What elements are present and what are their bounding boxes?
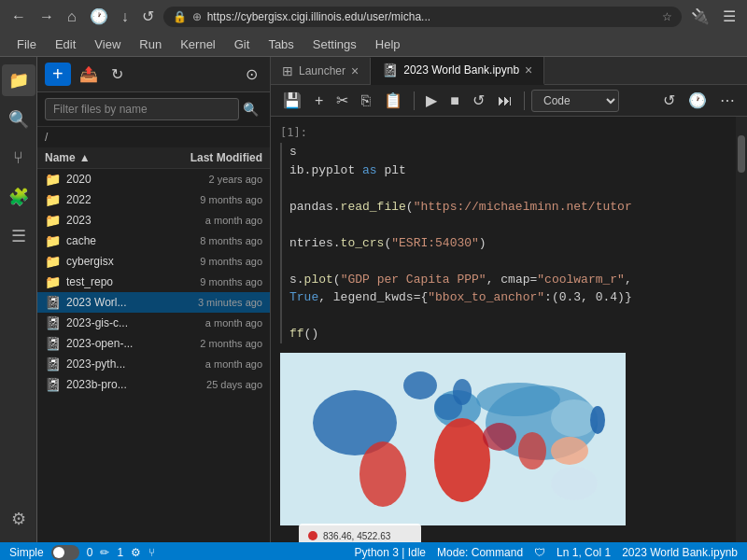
close-tab-launcher[interactable]: ×	[351, 63, 359, 78]
home-button[interactable]: ⌂	[63, 7, 80, 27]
git-button[interactable]: ⊙	[241, 63, 262, 85]
back-button[interactable]: ←	[7, 7, 30, 27]
menu-settings[interactable]: Settings	[303, 35, 366, 54]
more-button[interactable]: ⋯	[715, 89, 740, 112]
tab-launcher[interactable]: ⊞ Launcher ×	[271, 58, 371, 84]
history-button[interactable]: 🕐	[86, 6, 112, 27]
code-line: ff()	[289, 325, 726, 343]
restart-button[interactable]: ↺	[468, 89, 489, 112]
fast-forward-button[interactable]: ⏭	[493, 90, 517, 112]
list-item[interactable]: 📁 test_repo 9 months ago	[37, 272, 270, 292]
file-list[interactable]: 📁 2020 2 years ago 📁 2022 9 months ago 📁…	[37, 169, 270, 542]
menu-view[interactable]: View	[85, 35, 130, 54]
run-button[interactable]: ▶	[421, 89, 442, 112]
menu-edit[interactable]: Edit	[46, 35, 85, 54]
refresh-button[interactable]: ↺	[138, 6, 158, 27]
column-name[interactable]: Name ▲	[45, 151, 160, 164]
menu-help[interactable]: Help	[366, 35, 410, 54]
sidebar-item-settings[interactable]: ⚙	[2, 503, 35, 535]
svg-point-15	[453, 379, 472, 405]
cell-type-selector[interactable]: Code Markdown Raw	[531, 90, 619, 112]
menu-run[interactable]: Run	[130, 35, 171, 54]
folder-icon: 📁	[45, 192, 61, 207]
kernel-refresh-button[interactable]: ↺	[658, 89, 680, 112]
legend-label: 836.46, 4522.63	[323, 531, 390, 541]
svg-point-6	[483, 423, 516, 451]
list-item[interactable]: 📓 2023b-pro... 25 days ago	[37, 374, 270, 395]
address-bar[interactable]: 🔒 ⊕ https://cybergisx.cigi.illinois.edu/…	[163, 7, 682, 27]
url-text: https://cybergisx.cigi.illinois.edu/user…	[207, 10, 656, 23]
list-item[interactable]: 📓 2023-gis-c... a month ago	[37, 313, 270, 333]
scrollbar[interactable]	[736, 117, 747, 542]
tab-notebook[interactable]: 📓 2023 World Bank.ipynb ×	[371, 57, 544, 85]
code-line	[289, 307, 726, 326]
sidebar-item-menu[interactable]: ☰	[2, 220, 35, 252]
menu-tabs[interactable]: Tabs	[259, 35, 303, 54]
svg-point-13	[590, 406, 605, 434]
save-button[interactable]: 💾	[278, 89, 306, 112]
file-date: a month ago	[169, 358, 262, 370]
code-line: s	[289, 143, 726, 161]
list-item[interactable]: 📁 cache 8 months ago	[37, 231, 270, 251]
breadcrumb-root[interactable]: /	[45, 131, 48, 144]
browser-nav: ← → ⌂ 🕐 ↓ ↺ 🔒 ⊕ https://cybergisx.cigi.i…	[0, 0, 747, 33]
notebook-content[interactable]: [1]: s ib.pyplot as plt pandas.read_file…	[271, 117, 736, 542]
refresh-files-button[interactable]: ↻	[106, 63, 128, 85]
svg-point-4	[434, 418, 490, 502]
list-item[interactable]: 📁 2022 9 months ago	[37, 189, 270, 210]
cell-code[interactable]: s ib.pyplot as plt pandas.read_file("htt…	[280, 143, 726, 343]
paste-button[interactable]: 📋	[379, 89, 407, 112]
stop-button[interactable]: ■	[445, 90, 464, 112]
sidebar-item-git[interactable]: ⑂	[2, 143, 35, 174]
one-count: 1	[117, 546, 123, 559]
search-input[interactable]	[45, 98, 239, 120]
file-name: 2023b-pro...	[66, 378, 169, 391]
search-bar: 🔍	[37, 92, 270, 127]
menu-kernel[interactable]: Kernel	[171, 35, 225, 54]
file-name: 2023 Worl...	[66, 296, 169, 309]
list-item[interactable]: 📓 2023-pyth... a month ago	[37, 354, 270, 374]
file-date: 9 months ago	[169, 276, 262, 287]
add-cell-button[interactable]: +	[310, 90, 328, 112]
file-toolbar: + 📤 ↻ ⊙	[37, 57, 270, 92]
sidebar-item-search[interactable]: 🔍	[2, 104, 35, 135]
tab-label: 2023 World Bank.ipynb	[403, 63, 519, 77]
simple-toggle[interactable]	[51, 545, 79, 560]
copy-button[interactable]: ⎘	[357, 90, 375, 112]
notebook-area: ⊞ Launcher × 📓 2023 World Bank.ipynb × 💾…	[271, 57, 747, 542]
svg-point-2	[359, 441, 406, 507]
separator	[414, 91, 415, 110]
file-name: cybergisx	[66, 255, 169, 268]
list-item[interactable]: 📓 2023-open-... 2 months ago	[37, 333, 270, 354]
forward-button[interactable]: →	[35, 7, 58, 27]
new-button[interactable]: +	[45, 63, 71, 86]
list-item[interactable]: 📁 cybergisx 9 months ago	[37, 251, 270, 272]
file-name: 2020	[66, 173, 169, 186]
menu-file[interactable]: File	[7, 35, 46, 54]
upload-button[interactable]: 📤	[75, 63, 103, 85]
search-button[interactable]: 🔍	[239, 100, 262, 119]
mode-status: Mode: Command	[437, 546, 523, 559]
tab-bar: ⊞ Launcher × 📓 2023 World Bank.ipynb ×	[271, 57, 747, 85]
close-tab-notebook[interactable]: ×	[525, 63, 532, 77]
menu-git[interactable]: Git	[225, 35, 260, 54]
download-button[interactable]: ↓	[118, 7, 133, 27]
file-name: test_repo	[66, 275, 169, 288]
sidebar-item-files[interactable]: 📁	[2, 64, 35, 96]
sidebar-item-extensions[interactable]: 🧩	[2, 181, 35, 213]
cut-button[interactable]: ✂	[331, 89, 353, 112]
list-item[interactable]: 📓 2023 Worl... 3 minutes ago	[37, 292, 270, 313]
folder-icon: 📁	[45, 233, 61, 248]
column-modified: Last Modified	[160, 151, 262, 164]
notebook-icon: 📓	[45, 336, 61, 351]
shield-icon: 🛡	[534, 546, 545, 559]
time-button[interactable]: 🕐	[684, 89, 712, 112]
file-date: a month ago	[169, 215, 262, 226]
list-item[interactable]: 📁 2023 a month ago	[37, 210, 270, 231]
extensions-button[interactable]: 🔌	[687, 6, 713, 27]
scroll-thumb[interactable]	[738, 135, 745, 173]
menu-button[interactable]: ☰	[719, 6, 740, 27]
file-date: 2 years ago	[169, 174, 262, 185]
list-item[interactable]: 📁 2020 2 years ago	[37, 169, 270, 189]
notebook-filename: 2023 World Bank.ipynb	[622, 546, 738, 559]
